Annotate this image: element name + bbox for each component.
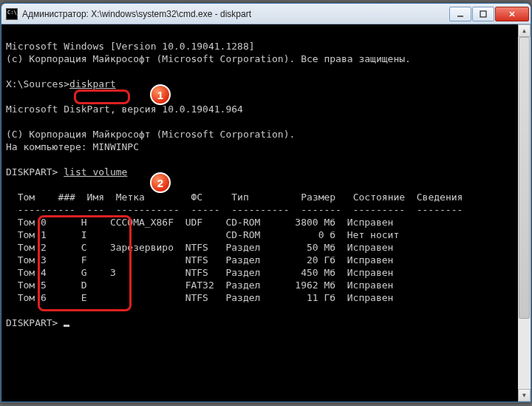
- console-line: На компьютере: MINWINPC: [6, 141, 139, 152]
- highlight-box-2: [38, 215, 132, 311]
- minimize-icon: [457, 10, 464, 18]
- scroll-up-button[interactable]: ▲: [518, 24, 531, 37]
- titlebar[interactable]: Администратор: X:\windows\system32\cmd.e…: [1, 4, 531, 24]
- svg-rect-1: [480, 11, 486, 17]
- annotation-badge-2: 2: [150, 172, 171, 193]
- cmd-window: Администратор: X:\windows\system32\cmd.e…: [1, 3, 531, 402]
- console-line: (C) Корпорация Майкрософт (Microsoft Cor…: [6, 129, 295, 140]
- console-area[interactable]: Microsoft Windows [Version 10.0.19041.12…: [1, 24, 531, 402]
- cursor: [64, 325, 69, 327]
- console-line: Microsoft DiskPart, версия 10.0.19041.96…: [6, 104, 243, 115]
- command-diskpart: diskpart: [69, 78, 116, 89]
- highlight-box-1: [74, 89, 130, 104]
- prompt-diskpart: DISKPART>: [6, 166, 64, 177]
- window-controls: [449, 7, 529, 21]
- prompt-diskpart: DISKPART>: [6, 317, 64, 328]
- maximize-button[interactable]: [472, 7, 494, 21]
- vertical-scrollbar[interactable]: ▲ ▼: [518, 24, 531, 402]
- maximize-icon: [480, 10, 487, 18]
- minimize-button[interactable]: [449, 7, 471, 21]
- scroll-down-button[interactable]: ▼: [518, 389, 531, 402]
- scroll-thumb[interactable]: [519, 37, 530, 319]
- scroll-track[interactable]: [518, 37, 531, 389]
- close-icon: [508, 10, 516, 18]
- console-line: (c) Корпорация Майкрософт (Microsoft Cor…: [6, 53, 411, 64]
- command-list-volume: list volume: [64, 166, 127, 177]
- window-title: Администратор: X:\windows\system32\cmd.e…: [22, 9, 449, 19]
- close-button[interactable]: [495, 7, 529, 21]
- cmd-app-icon: [6, 8, 18, 20]
- table-divider: ---------- --- ----------- ----- -------…: [6, 204, 463, 215]
- annotation-badge-1: 1: [150, 84, 171, 105]
- console-line: Microsoft Windows [Version 10.0.19041.12…: [6, 41, 255, 52]
- table-header-row: Том ### Имя Метка ФС Тип Размер Состояни…: [6, 192, 463, 203]
- prompt-path: X:\Sources>: [6, 78, 69, 89]
